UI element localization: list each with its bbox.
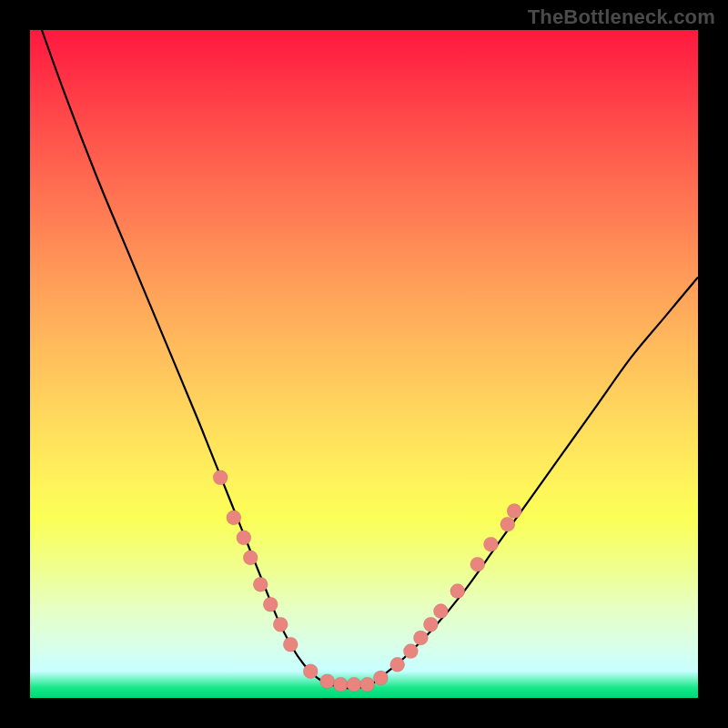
chart-frame: TheBottleneck.com bbox=[0, 0, 728, 728]
data-point bbox=[413, 631, 428, 645]
data-point bbox=[320, 674, 335, 689]
data-point bbox=[273, 617, 288, 632]
data-point bbox=[243, 551, 258, 565]
data-point bbox=[483, 537, 498, 551]
data-point bbox=[433, 604, 448, 619]
watermark-text: TheBottleneck.com bbox=[528, 5, 715, 29]
data-point bbox=[253, 577, 268, 592]
data-point bbox=[403, 644, 418, 659]
data-point bbox=[333, 677, 348, 692]
data-point bbox=[507, 503, 521, 518]
data-point bbox=[423, 617, 438, 632]
data-point bbox=[303, 664, 318, 679]
data-point bbox=[360, 677, 375, 692]
data-point bbox=[263, 597, 278, 612]
data-point bbox=[373, 671, 388, 685]
data-point bbox=[283, 637, 298, 652]
data-point bbox=[390, 657, 405, 672]
scatter-points bbox=[213, 470, 521, 693]
data-point bbox=[500, 517, 515, 531]
data-point bbox=[237, 531, 251, 545]
data-point bbox=[450, 584, 465, 599]
bottleneck-curve bbox=[30, 30, 698, 698]
data-point bbox=[470, 557, 485, 571]
data-point bbox=[213, 470, 228, 485]
data-point bbox=[347, 677, 361, 692]
data-point bbox=[227, 511, 241, 525]
plot-area bbox=[30, 30, 698, 698]
